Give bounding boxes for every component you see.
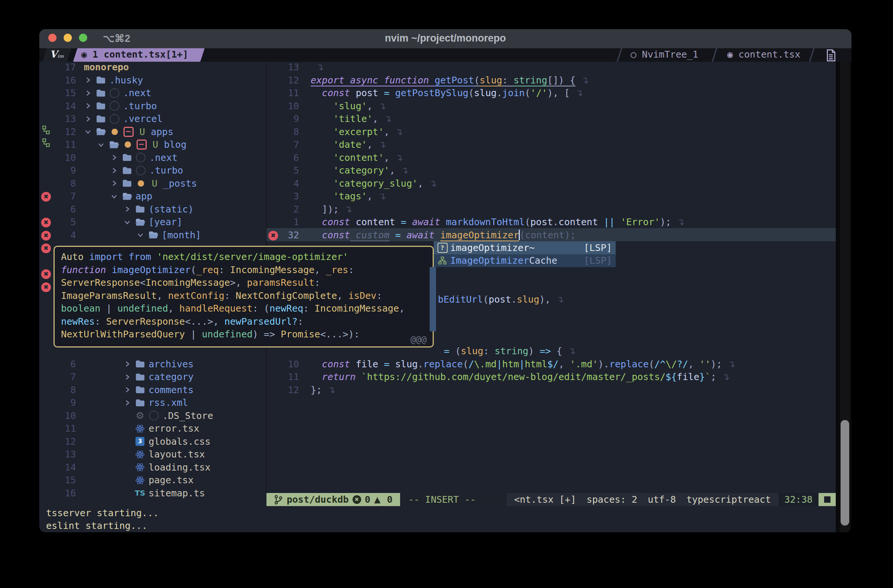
code-line-text: 'slug', ↴ — [311, 99, 386, 112]
tree-line-number: 10 — [51, 409, 76, 422]
chevron-right-icon — [123, 399, 131, 406]
tree-item-label: comments — [149, 383, 194, 396]
tree-item--static-[interactable]: (static) — [123, 203, 194, 216]
tree-item--husky[interactable]: .husky — [84, 74, 143, 87]
error-sign-icon: ✖ — [40, 280, 52, 293]
chevron-right-icon — [123, 360, 131, 368]
tree-line-number: 6 — [51, 358, 76, 370]
tree-row[interactable]: 13layout.tsx — [39, 448, 266, 461]
code-line-text: return `https://github.com/duyet/new-blo… — [311, 370, 730, 383]
tree-item-blog[interactable]: −Ublog — [97, 138, 186, 151]
tree-item--year-[interactable]: [year] — [123, 216, 182, 228]
tab-nvimtree[interactable]: ○ NvimTree_1 — [631, 49, 698, 60]
tree-item--ds-store[interactable]: ⚙.DS_Store — [123, 409, 213, 422]
folder-icon — [135, 372, 145, 381]
tree-row[interactable]: 15page.tsx — [39, 474, 266, 487]
tree-row[interactable]: 8comments — [39, 383, 266, 396]
tree-item--vercel[interactable]: .vercel — [84, 112, 162, 125]
diagnostics-warning-icon: ▲! — [374, 493, 383, 506]
tree-item-page-tsx[interactable]: page.tsx — [123, 474, 194, 487]
tree-item-category[interactable]: category — [123, 370, 194, 383]
tree-row[interactable]: 9.turbo — [39, 164, 266, 177]
tree-row[interactable]: 16.husky — [39, 74, 266, 87]
tree-item-loading-tsx[interactable]: loading.tsx — [123, 461, 211, 474]
tree-item-label: page.tsx — [149, 474, 194, 487]
tab-content-file[interactable]: ◉ content.tsx — [727, 49, 801, 60]
tree-item--posts[interactable]: U_posts — [110, 177, 197, 190]
document-icon[interactable] — [825, 50, 840, 62]
vim-tabline: Vim ◉ 1 content.tsx[1+] ○ NvimTree_1 ◉ c… — [39, 48, 851, 62]
tree-line-number: 7 — [51, 370, 76, 383]
tree-row[interactable]: 7category — [39, 370, 266, 383]
tree-row[interactable]: 9rss.xml — [39, 396, 266, 409]
tree-item-apps[interactable]: −Uapps — [84, 125, 173, 138]
tree-row[interactable]: 14loading.tsx — [39, 461, 266, 474]
message-tsserver: tsserver starting... — [46, 507, 159, 519]
scrollbar-thumb[interactable] — [840, 420, 849, 525]
chevron-down-icon — [136, 231, 144, 238]
tree-row[interactable]: ✖5[year] — [39, 216, 266, 228]
tree-item-monorepo[interactable]: monorepo — [84, 61, 129, 74]
tree-item-error-tsx[interactable]: error.tsx — [123, 422, 199, 435]
tab-separator — [809, 48, 815, 62]
folder-open-icon — [108, 140, 119, 149]
tree-item-label: app — [135, 190, 152, 203]
tree-row[interactable]: ✖7app — [39, 190, 266, 203]
window-titlebar[interactable]: ⌥⌘2 nvim ~/project/monorepo — [39, 29, 851, 48]
scrollbar-track[interactable] — [840, 62, 850, 532]
folder-icon — [135, 385, 145, 394]
tree-item-rss-xml[interactable]: rss.xml — [123, 396, 188, 409]
completion-item[interactable]: ImageOptimizerCache[LSP] — [434, 254, 616, 267]
chevron-right-icon — [123, 373, 131, 381]
tree-line-number: 8 — [51, 177, 76, 190]
code-line-number: 4 — [277, 177, 299, 190]
completion-item[interactable]: ?imageOptimizer~[LSP] — [434, 241, 616, 254]
completion-source-tag: [LSP] — [584, 255, 612, 266]
chevron-right-icon — [84, 76, 92, 84]
react-icon — [135, 450, 145, 459]
code-line-text: 'title', ↴ — [311, 112, 392, 125]
tree-row[interactable]: 16TSsitemap.ts — [39, 487, 266, 500]
tab-separator — [711, 48, 717, 62]
tree-row[interactable]: 12−Uapps — [39, 125, 266, 138]
tree-row[interactable]: 6(static) — [39, 203, 266, 216]
tree-row[interactable]: 17monorepo — [39, 61, 266, 74]
tree-row[interactable]: 13.vercel — [39, 112, 266, 125]
react-icon — [135, 476, 145, 485]
tree-row[interactable]: 11−Ublog — [39, 138, 266, 151]
terminal-window: ⌥⌘2 nvim ~/project/monorepo Vim ◉ 1 cont… — [39, 29, 851, 532]
tree-item-sitemap-ts[interactable]: TSsitemap.ts — [123, 487, 205, 500]
tree-row[interactable]: 14.turbo — [39, 99, 266, 112]
statusline-indent: spaces: 2 — [586, 493, 637, 506]
tree-item--next[interactable]: .next — [84, 86, 151, 99]
tree-item-layout-tsx[interactable]: layout.tsx — [123, 448, 205, 461]
tab-content-tsx[interactable]: ◉ 1 content.tsx[1+] — [81, 49, 188, 60]
terminal-right-gutter — [836, 62, 851, 532]
tree-row[interactable]: 11error.tsx — [39, 422, 266, 435]
tree-line-number: 15 — [51, 86, 76, 99]
tree-line-number: 9 — [51, 396, 76, 409]
tree-item-archives[interactable]: archives — [123, 358, 194, 370]
tree-item--turbo[interactable]: .turbo — [84, 99, 157, 112]
tree-row[interactable]: 10.next — [39, 151, 266, 164]
tree-item-app[interactable]: app — [110, 190, 152, 203]
tree-line-number: 15 — [51, 474, 76, 487]
tree-item--turbo[interactable]: .turbo — [110, 164, 183, 177]
completion-scrollbar[interactable] — [430, 267, 436, 332]
tree-row[interactable]: 15.next — [39, 86, 266, 99]
css-icon: 3 — [135, 437, 145, 446]
statusline-git-segment: post/duckdb ✖ 0 ▲! 0 — [266, 493, 400, 506]
tree-line-number: 16 — [51, 74, 76, 87]
tree-item--next[interactable]: .next — [110, 151, 177, 164]
tree-item-globals-css[interactable]: 3globals.css — [123, 435, 211, 448]
tree-row[interactable]: 123globals.css — [39, 435, 266, 448]
tree-row[interactable]: 10⚙.DS_Store — [39, 409, 266, 422]
tree-item--month-[interactable]: [month] — [136, 228, 201, 242]
tree-row[interactable]: 6archives — [39, 358, 266, 370]
tree-item-label: .DS_Store — [162, 409, 213, 422]
statusline-encoding: utf-8 — [648, 493, 676, 506]
tree-item-comments[interactable]: comments — [123, 383, 194, 396]
tree-row[interactable]: ✖4[month] — [39, 228, 266, 242]
tree-row[interactable]: 8U_posts — [39, 177, 266, 190]
code-line-number: 11 — [277, 370, 299, 383]
